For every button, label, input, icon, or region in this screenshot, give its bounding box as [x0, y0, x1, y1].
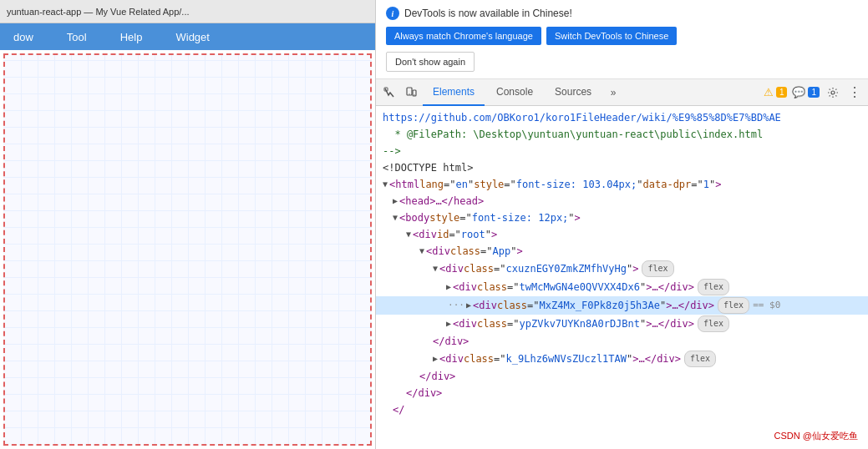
menu-tool[interactable]: Tool: [67, 31, 87, 43]
dom-tag: <html: [389, 177, 419, 192]
flex-badge: flex: [642, 260, 673, 277]
csdn-watermark: CSDN @仙女爱吃鱼: [774, 430, 858, 442]
dom-comment: -->: [383, 144, 401, 159]
devtools-toolbar: Elements Console Sources » ⚠ 1 💬 1 ⋮: [376, 79, 868, 106]
triangle-icon[interactable]: ▶: [393, 194, 398, 209]
browser-main-content: [3, 53, 372, 446]
browser-window: yuntuan-react-app — My Vue Related App/.…: [0, 0, 376, 449]
dom-tag: </div>: [419, 369, 455, 384]
dom-line: ▼ <div class="cxuznEGY0ZmkZMfhVyHg" > fl…: [376, 260, 868, 278]
dom-tag: <div: [426, 244, 450, 259]
dom-doctype: <!DOCTYPE html>: [383, 160, 473, 175]
dom-line-selected[interactable]: ··· ▶ <div class="MxZ4Mx_F0Pk8z0j5h3Ae" …: [376, 296, 868, 315]
more-tabs-button[interactable]: »: [603, 83, 623, 103]
devtools-panel: i DevTools is now available in Chinese! …: [376, 0, 868, 449]
svg-point-5: [831, 91, 835, 94]
svg-point-4: [414, 94, 414, 95]
triangle-icon[interactable]: ▶: [466, 298, 471, 313]
dom-tag: </div>: [433, 334, 469, 349]
dom-content: https://github.com/OBKoro1/koro1FileHead…: [376, 106, 868, 449]
dom-tag: <div: [439, 261, 464, 276]
triangle-icon[interactable]: ▶: [433, 351, 438, 366]
info-count: 1: [808, 87, 820, 98]
triangle-icon[interactable]: ▶: [446, 316, 451, 331]
dom-line: ▶ <div class="ypZVkv7UYKn8A0rDJBnt" >…</…: [376, 315, 868, 333]
notification-buttons: Always match Chrome's language Switch De…: [386, 27, 858, 45]
notification-text: DevTools is now available in Chinese!: [404, 8, 572, 19]
dom-line: </div>: [376, 385, 868, 401]
dom-line: </: [376, 401, 868, 418]
dom-tag: <div: [473, 298, 497, 313]
dom-tag: <head>…</head>: [399, 194, 484, 209]
warning-badge: ⚠ 1: [764, 86, 788, 98]
dom-tag: </: [393, 402, 404, 417]
dom-tag: <div: [453, 316, 477, 331]
dom-line: ▶ <head>…</head>: [376, 193, 868, 209]
dom-line: <!DOCTYPE html>: [376, 159, 868, 176]
device-toolbar-icon[interactable]: [401, 83, 421, 103]
tab-elements[interactable]: Elements: [423, 79, 485, 106]
tab-sources[interactable]: Sources: [545, 79, 602, 106]
dom-tag: <div: [453, 280, 477, 295]
flex-badge: flex: [718, 297, 749, 314]
warning-count: 1: [776, 87, 788, 98]
info-icon: i: [386, 7, 399, 20]
eq-s0-label: == $0: [753, 298, 780, 313]
info-badge: 💬 1: [792, 86, 820, 98]
triangle-icon[interactable]: ▼: [419, 244, 424, 259]
dom-tag: </div>: [406, 386, 442, 401]
triangle-icon[interactable]: ▶: [446, 280, 451, 295]
triangle-icon[interactable]: ▼: [406, 227, 411, 242]
browser-top-bar: yuntuan-react-app — My Vue Related App/.…: [0, 0, 375, 23]
dom-tag: <div: [413, 227, 437, 242]
dom-tag: <body: [399, 210, 429, 225]
dom-comment: * @FilePath: \Desktop\yuntuan\yuntuan-re…: [383, 127, 763, 142]
dont-show-again-button[interactable]: Don't show again: [386, 52, 475, 72]
dom-tag: <div: [439, 351, 464, 366]
notification-title: i DevTools is now available in Chinese!: [386, 7, 858, 20]
switch-chinese-button[interactable]: Switch DevTools to Chinese: [546, 27, 677, 45]
browser-menu-bar: dow Tool Help Widget: [0, 23, 375, 50]
dom-line: ▶ <div class="k_9Lhz6wNVsZUczl1TAW" >…</…: [376, 350, 868, 368]
notification-banner: i DevTools is now available in Chinese! …: [376, 0, 868, 79]
triangle-icon[interactable]: ▼: [383, 177, 388, 192]
menu-dow[interactable]: dow: [13, 31, 33, 43]
triangle-icon[interactable]: ▼: [433, 261, 438, 276]
match-language-button[interactable]: Always match Chrome's language: [386, 27, 541, 45]
more-options-icon[interactable]: ⋮: [845, 83, 865, 103]
flex-badge: flex: [684, 351, 716, 367]
inspect-element-icon[interactable]: [379, 83, 399, 103]
menu-help[interactable]: Help: [120, 31, 143, 43]
dom-line: </div>: [376, 333, 868, 350]
dom-line: </div>: [376, 368, 868, 385]
dom-line: * @FilePath: \Desktop\yuntuan\yuntuan-re…: [376, 126, 868, 143]
triangle-icon[interactable]: ▼: [393, 210, 398, 225]
dots-icon: ···: [446, 298, 466, 313]
dom-line: https://github.com/OBKoro1/koro1FileHead…: [376, 109, 868, 126]
browser-title: yuntuan-react-app — My Vue Related App/.…: [7, 7, 190, 17]
svg-point-3: [409, 93, 409, 94]
flex-badge: flex: [698, 279, 729, 295]
dom-line: ▼ <html lang="en" style="font-size: 103.…: [376, 176, 868, 193]
dom-line: ▼ <body style="font-size: 12px;" >: [376, 209, 868, 226]
dom-line: ▼ <div class="App" >: [376, 243, 868, 260]
dom-line: ▼ <div id="root" >: [376, 226, 868, 243]
menu-widget[interactable]: Widget: [175, 31, 209, 43]
settings-icon[interactable]: [823, 83, 843, 103]
dom-line: -->: [376, 143, 868, 159]
dom-link[interactable]: https://github.com/OBKoro1/koro1FileHead…: [383, 110, 781, 125]
tab-console[interactable]: Console: [486, 79, 543, 106]
flex-badge: flex: [698, 315, 729, 332]
dom-line: ▶ <div class="twMcMwGN4e0QVVXX4Dx6" >…</…: [376, 278, 868, 296]
